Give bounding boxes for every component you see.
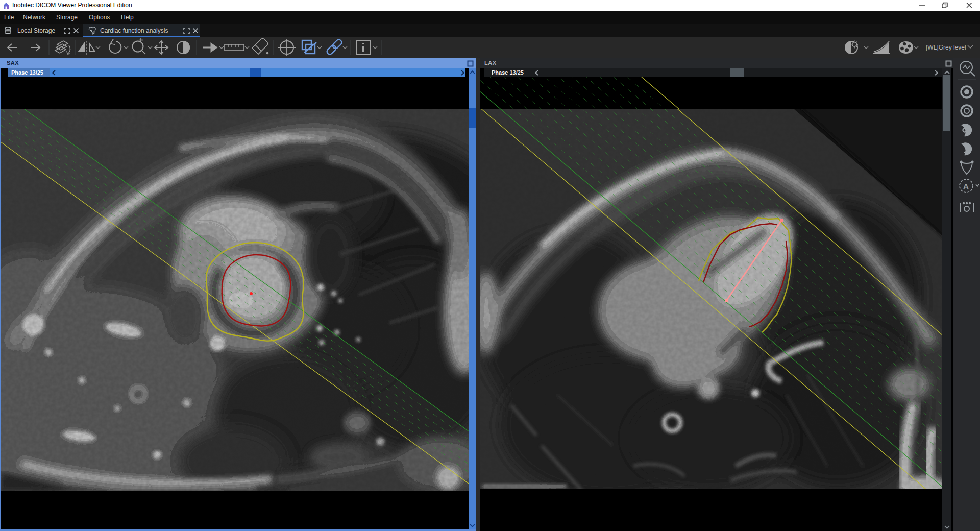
svg-text:A: A: [963, 182, 969, 190]
